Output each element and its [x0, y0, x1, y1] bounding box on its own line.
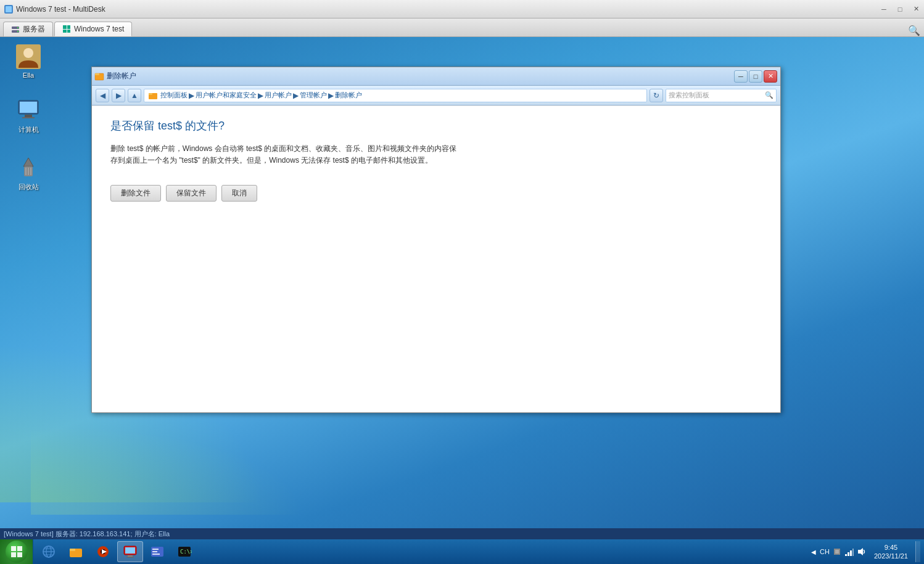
desktop-icon-recycle[interactable]: 回收站: [6, 153, 51, 194]
svg-rect-14: [25, 115, 32, 117]
svg-text:C:\>_: C:\>_: [180, 549, 192, 555]
clock-time: 9:45: [885, 543, 897, 552]
explorer-titlebar: 删除帐户 ─ □ ✕: [92, 67, 780, 86]
description-line1: 删除 test$ 的帐户前，Windows 会自动将 test$ 的桌面和文档、…: [110, 144, 456, 153]
explorer-content: 是否保留 test$ 的文件? 删除 test$ 的帐户前，Windows 会自…: [92, 106, 780, 383]
desktop: Windows 7 test - MultiDesk ─ □ ✕ 服务器: [0, 0, 924, 564]
explorer-maximize[interactable]: □: [749, 70, 762, 83]
back-button[interactable]: ◀: [96, 89, 109, 102]
taskbar: C:\>_ ◀ CH: [0, 539, 924, 564]
taskbar-folder[interactable]: [63, 541, 89, 562]
svg-rect-9: [67, 30, 70, 33]
svg-rect-27: [11, 552, 16, 557]
tab-bar: 服务器 Windows 7 test 🔍: [0, 18, 924, 37]
tab-windows-label: Windows 7 test: [74, 25, 124, 33]
tray-icon1: [832, 547, 842, 557]
svg-marker-16: [23, 158, 33, 166]
recycle-label: 回收站: [19, 182, 39, 192]
clock-area[interactable]: 9:45 2023/11/21: [869, 543, 913, 561]
explorer-window: 删除帐户 ─ □ ✕ ◀ ▶ ▲ 控制面板 ▶ 用户帐户和家庭安全 ▶ 用户帐户…: [91, 67, 781, 413]
svg-rect-8: [63, 30, 67, 33]
user-icon: [16, 44, 41, 69]
taskbar-media[interactable]: [90, 541, 116, 562]
description-line2: 存到桌面上一个名为 "test$" 的新文件夹。但是，Windows 无法保存 …: [110, 156, 432, 165]
ie-icon: [41, 544, 56, 559]
tray-volume-icon: [857, 547, 867, 557]
server-tab-icon: [11, 25, 20, 34]
svg-point-11: [23, 48, 33, 58]
explorer-addressbar: ◀ ▶ ▲ 控制面板 ▶ 用户帐户和家庭安全 ▶ 用户帐户 ▶ 管理帐户 ▶ 删…: [92, 86, 780, 105]
refresh-button[interactable]: ↻: [650, 89, 663, 102]
tray-expand-button[interactable]: ◀: [811, 549, 816, 555]
maximize-button[interactable]: □: [892, 0, 908, 18]
tab-server-label: 服务器: [23, 24, 45, 35]
minimize-button[interactable]: ─: [876, 0, 892, 18]
recycle-icon: [16, 155, 41, 180]
svg-rect-25: [11, 546, 16, 551]
svg-rect-45: [152, 551, 157, 552]
cmd1-icon: [150, 544, 165, 559]
svg-rect-15: [22, 117, 35, 118]
page-heading: 是否保留 test$ 的文件?: [110, 118, 762, 133]
svg-point-4: [17, 27, 19, 28]
explorer-minimize[interactable]: ─: [734, 70, 748, 83]
media-icon: [96, 544, 110, 559]
svg-rect-53: [850, 550, 852, 556]
tray-network-icon: [844, 547, 854, 557]
svg-rect-54: [852, 549, 854, 556]
folder-taskbar-icon: [68, 544, 83, 559]
svg-point-5: [17, 31, 19, 32]
search-placeholder: 搜索控制面板: [669, 91, 765, 100]
svg-rect-52: [848, 552, 849, 556]
show-desktop-button[interactable]: [915, 541, 920, 562]
keep-files-button[interactable]: 保留文件: [166, 185, 217, 202]
svg-rect-26: [17, 546, 22, 551]
address-path[interactable]: 控制面板 ▶ 用户帐户和家庭安全 ▶ 用户帐户 ▶ 管理帐户 ▶ 删除帐户: [144, 89, 647, 102]
start-orb: [6, 541, 28, 563]
computer-label: 计算机: [19, 125, 39, 134]
forward-button[interactable]: ▶: [112, 89, 125, 102]
taskbar-terminal[interactable]: C:\>_: [171, 541, 197, 562]
path-part-3: 用户帐户: [265, 91, 292, 100]
path-part-4: 管理帐户: [300, 91, 327, 100]
svg-rect-22: [95, 73, 99, 75]
path-part-1: 控制面板: [160, 91, 188, 100]
close-button[interactable]: ✕: [908, 0, 924, 18]
start-button[interactable]: [0, 539, 33, 564]
app-titlebar: Windows 7 test - MultiDesk ─ □ ✕: [0, 0, 924, 18]
svg-rect-28: [17, 552, 22, 557]
taskbar-cmd1[interactable]: [144, 541, 170, 562]
taskbar-ie[interactable]: [36, 541, 62, 562]
taskbar-apps: C:\>_: [33, 539, 807, 564]
app-controls: ─ □ ✕: [876, 0, 924, 18]
svg-rect-51: [845, 554, 847, 556]
app-icon: [4, 4, 14, 14]
tab-windows[interactable]: Windows 7 test: [54, 22, 132, 36]
taskbar-right: ◀ CH: [807, 539, 924, 564]
svg-marker-55: [858, 548, 863, 555]
svg-rect-24: [149, 93, 152, 95]
svg-rect-44: [152, 549, 159, 550]
cancel-button[interactable]: 取消: [221, 185, 257, 202]
tray-ch: CH: [820, 547, 830, 557]
terminal-icon: C:\>_: [177, 544, 192, 559]
up-button[interactable]: ▲: [128, 89, 141, 102]
status-bar: [Windows 7 test] 服务器: 192.168.163.141; 用…: [0, 528, 924, 539]
clock-date: 2023/11/21: [874, 552, 908, 560]
search-box[interactable]: 搜索控制面板 🔍: [666, 89, 777, 102]
desktop-icon-computer[interactable]: 计算机: [6, 96, 51, 137]
desktop-icon-ella[interactable]: Ella: [6, 42, 51, 81]
tab-server[interactable]: 服务器: [3, 22, 53, 36]
vm-icon: [123, 544, 138, 559]
path-part-5: 删除帐户: [335, 91, 362, 100]
svg-rect-6: [63, 25, 67, 29]
delete-files-button[interactable]: 删除文件: [110, 185, 161, 202]
explorer-close[interactable]: ✕: [764, 70, 777, 83]
taskbar-vm[interactable]: [117, 541, 143, 562]
windows-tab-icon: [62, 25, 71, 33]
svg-rect-40: [125, 547, 135, 554]
status-text: [Windows 7 test] 服务器: 192.168.163.141; 用…: [4, 529, 170, 539]
svg-rect-42: [126, 557, 134, 558]
path-part-2: 用户帐户和家庭安全: [196, 91, 257, 100]
tab-search-icon[interactable]: 🔍: [908, 25, 920, 36]
